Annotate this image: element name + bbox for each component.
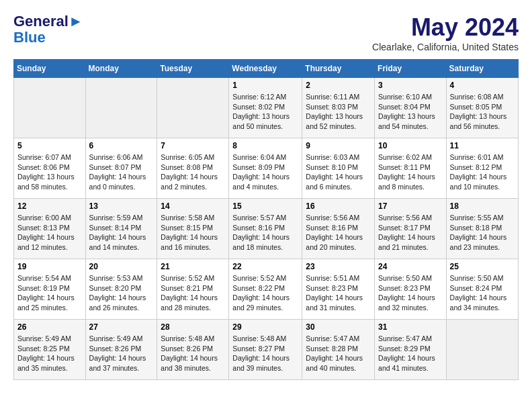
- day-info: Sunrise: 5:47 AMSunset: 8:29 PMDaylight:…: [378, 334, 443, 373]
- weekday-header: Thursday: [302, 60, 375, 78]
- day-number: 16: [306, 201, 371, 211]
- day-number: 1: [232, 81, 298, 90]
- day-info: Sunrise: 5:52 AMSunset: 8:21 PMDaylight:…: [161, 273, 225, 313]
- day-number: 29: [232, 322, 298, 332]
- calendar-cell: 1Sunrise: 6:12 AMSunset: 8:02 PMDaylight…: [229, 78, 302, 138]
- day-info: Sunrise: 6:00 AMSunset: 8:13 PMDaylight:…: [17, 213, 82, 253]
- calendar-cell: 28Sunrise: 5:48 AMSunset: 8:26 PMDayligh…: [157, 320, 229, 380]
- day-info: Sunrise: 6:08 AMSunset: 8:05 PMDaylight:…: [450, 92, 515, 132]
- logo: General► Blue: [13, 13, 83, 46]
- day-info: Sunrise: 5:57 AMSunset: 8:16 PMDaylight:…: [232, 213, 298, 253]
- weekday-header: Monday: [85, 60, 157, 78]
- day-number: 2: [306, 81, 371, 90]
- weekday-header: Sunday: [14, 60, 86, 78]
- day-info: Sunrise: 5:59 AMSunset: 8:14 PMDaylight:…: [89, 213, 154, 253]
- day-number: 22: [232, 262, 298, 271]
- calendar-cell: 11Sunrise: 6:01 AMSunset: 8:12 PMDayligh…: [446, 138, 518, 199]
- day-number: 9: [306, 141, 371, 150]
- day-number: 27: [89, 322, 154, 332]
- day-info: Sunrise: 6:11 AMSunset: 8:03 PMDaylight:…: [306, 92, 371, 132]
- day-number: 21: [161, 262, 225, 271]
- day-info: Sunrise: 5:51 AMSunset: 8:23 PMDaylight:…: [306, 273, 371, 313]
- calendar-cell: 6Sunrise: 6:06 AMSunset: 8:07 PMDaylight…: [85, 138, 157, 199]
- weekday-header-row: SundayMondayTuesdayWednesdayThursdayFrid…: [14, 60, 519, 78]
- calendar-cell: 4Sunrise: 6:08 AMSunset: 8:05 PMDaylight…: [446, 78, 518, 138]
- calendar-cell: 17Sunrise: 5:56 AMSunset: 8:17 PMDayligh…: [375, 199, 447, 259]
- calendar-cell: 15Sunrise: 5:57 AMSunset: 8:16 PMDayligh…: [229, 199, 302, 259]
- calendar-cell: 12Sunrise: 6:00 AMSunset: 8:13 PMDayligh…: [14, 199, 86, 259]
- day-info: Sunrise: 5:56 AMSunset: 8:16 PMDaylight:…: [306, 213, 371, 253]
- day-info: Sunrise: 5:53 AMSunset: 8:20 PMDaylight:…: [89, 273, 154, 313]
- day-number: 10: [378, 141, 443, 150]
- day-info: Sunrise: 5:48 AMSunset: 8:26 PMDaylight:…: [161, 334, 225, 373]
- calendar-cell: 26Sunrise: 5:49 AMSunset: 8:25 PMDayligh…: [14, 320, 86, 380]
- day-info: Sunrise: 5:47 AMSunset: 8:28 PMDaylight:…: [306, 334, 371, 373]
- day-info: Sunrise: 6:10 AMSunset: 8:04 PMDaylight:…: [378, 92, 443, 132]
- calendar-cell: 13Sunrise: 5:59 AMSunset: 8:14 PMDayligh…: [85, 199, 157, 259]
- calendar-cell: 29Sunrise: 5:48 AMSunset: 8:27 PMDayligh…: [229, 320, 302, 380]
- logo-text: General►: [13, 13, 83, 30]
- calendar-cell: 19Sunrise: 5:54 AMSunset: 8:19 PMDayligh…: [14, 259, 86, 320]
- calendar-cell: 25Sunrise: 5:50 AMSunset: 8:24 PMDayligh…: [446, 259, 518, 320]
- calendar-week-row: 5Sunrise: 6:07 AMSunset: 8:06 PMDaylight…: [14, 138, 519, 199]
- day-info: Sunrise: 5:50 AMSunset: 8:24 PMDaylight:…: [450, 273, 515, 313]
- day-info: Sunrise: 5:49 AMSunset: 8:25 PMDaylight:…: [17, 334, 82, 373]
- day-info: Sunrise: 5:58 AMSunset: 8:15 PMDaylight:…: [161, 213, 225, 253]
- logo-blue: Blue: [13, 30, 83, 46]
- weekday-header: Tuesday: [157, 60, 229, 78]
- day-info: Sunrise: 5:49 AMSunset: 8:26 PMDaylight:…: [89, 334, 154, 373]
- day-info: Sunrise: 5:48 AMSunset: 8:27 PMDaylight:…: [232, 334, 298, 373]
- day-number: 31: [378, 322, 443, 332]
- day-info: Sunrise: 5:55 AMSunset: 8:18 PMDaylight:…: [450, 213, 515, 253]
- day-number: 5: [17, 141, 82, 150]
- day-number: 24: [378, 262, 443, 271]
- day-number: 12: [17, 201, 82, 211]
- weekday-header: Saturday: [446, 60, 518, 78]
- calendar-cell: 21Sunrise: 5:52 AMSunset: 8:21 PMDayligh…: [157, 259, 229, 320]
- calendar-cell: 24Sunrise: 5:50 AMSunset: 8:23 PMDayligh…: [375, 259, 447, 320]
- day-info: Sunrise: 5:52 AMSunset: 8:22 PMDaylight:…: [232, 273, 298, 313]
- day-number: 13: [89, 201, 154, 211]
- calendar-week-row: 12Sunrise: 6:00 AMSunset: 8:13 PMDayligh…: [14, 199, 519, 259]
- day-number: 23: [306, 262, 371, 271]
- day-number: 3: [378, 81, 443, 90]
- day-number: 14: [161, 201, 225, 211]
- calendar-week-row: 26Sunrise: 5:49 AMSunset: 8:25 PMDayligh…: [14, 320, 519, 380]
- calendar-cell: 30Sunrise: 5:47 AMSunset: 8:28 PMDayligh…: [302, 320, 375, 380]
- calendar-cell: 18Sunrise: 5:55 AMSunset: 8:18 PMDayligh…: [446, 199, 518, 259]
- day-info: Sunrise: 5:50 AMSunset: 8:23 PMDaylight:…: [378, 273, 443, 313]
- calendar-cell: 9Sunrise: 6:03 AMSunset: 8:10 PMDaylight…: [302, 138, 375, 199]
- calendar-cell: 20Sunrise: 5:53 AMSunset: 8:20 PMDayligh…: [85, 259, 157, 320]
- calendar-cell: 5Sunrise: 6:07 AMSunset: 8:06 PMDaylight…: [14, 138, 86, 199]
- calendar-cell: 14Sunrise: 5:58 AMSunset: 8:15 PMDayligh…: [157, 199, 229, 259]
- calendar-cell: 10Sunrise: 6:02 AMSunset: 8:11 PMDayligh…: [375, 138, 447, 199]
- calendar-cell: [14, 78, 86, 138]
- day-number: 28: [161, 322, 225, 332]
- weekday-header: Friday: [375, 60, 447, 78]
- month-title: May 2024: [372, 13, 519, 42]
- calendar-table: SundayMondayTuesdayWednesdayThursdayFrid…: [13, 59, 519, 380]
- calendar-cell: 8Sunrise: 6:04 AMSunset: 8:09 PMDaylight…: [229, 138, 302, 199]
- day-number: 4: [450, 81, 515, 90]
- calendar-week-row: 1Sunrise: 6:12 AMSunset: 8:02 PMDaylight…: [14, 78, 519, 138]
- day-number: 17: [378, 201, 443, 211]
- day-number: 15: [232, 201, 298, 211]
- calendar-cell: 16Sunrise: 5:56 AMSunset: 8:16 PMDayligh…: [302, 199, 375, 259]
- calendar-cell: [85, 78, 157, 138]
- calendar-cell: 3Sunrise: 6:10 AMSunset: 8:04 PMDaylight…: [375, 78, 447, 138]
- calendar-cell: [157, 78, 229, 138]
- day-number: 19: [17, 262, 82, 271]
- day-info: Sunrise: 6:02 AMSunset: 8:11 PMDaylight:…: [378, 152, 443, 192]
- day-info: Sunrise: 6:03 AMSunset: 8:10 PMDaylight:…: [306, 152, 371, 192]
- day-info: Sunrise: 5:56 AMSunset: 8:17 PMDaylight:…: [378, 213, 443, 253]
- day-number: 7: [161, 141, 225, 150]
- day-info: Sunrise: 6:04 AMSunset: 8:09 PMDaylight:…: [232, 152, 298, 192]
- calendar-cell: 2Sunrise: 6:11 AMSunset: 8:03 PMDaylight…: [302, 78, 375, 138]
- calendar-week-row: 19Sunrise: 5:54 AMSunset: 8:19 PMDayligh…: [14, 259, 519, 320]
- weekday-header: Wednesday: [229, 60, 302, 78]
- calendar-cell: 22Sunrise: 5:52 AMSunset: 8:22 PMDayligh…: [229, 259, 302, 320]
- day-number: 8: [232, 141, 298, 150]
- calendar-cell: 23Sunrise: 5:51 AMSunset: 8:23 PMDayligh…: [302, 259, 375, 320]
- day-info: Sunrise: 6:07 AMSunset: 8:06 PMDaylight:…: [17, 152, 82, 192]
- calendar-cell: 7Sunrise: 6:05 AMSunset: 8:08 PMDaylight…: [157, 138, 229, 199]
